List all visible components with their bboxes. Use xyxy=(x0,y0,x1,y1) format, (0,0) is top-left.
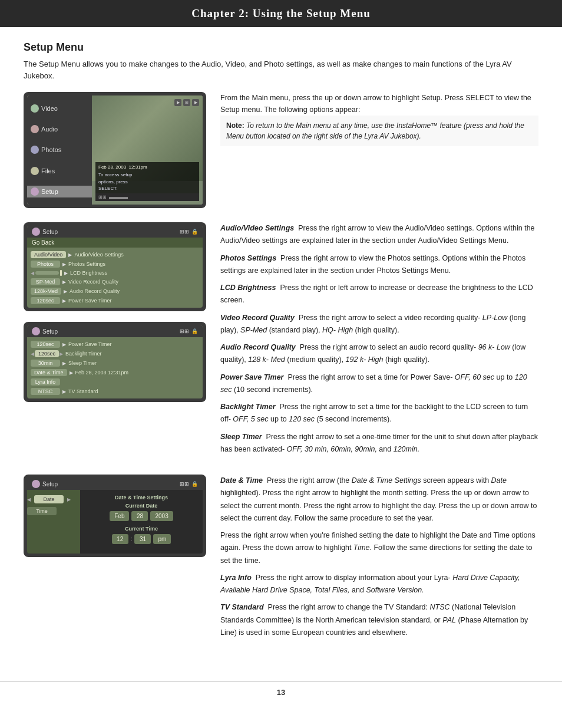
desc-lyrainfo: Lyra Info Press the right arrow to displ… xyxy=(220,572,538,597)
dt-date-label: Date xyxy=(34,495,64,503)
power-save-label: 120sec xyxy=(31,297,60,304)
desc-audiovideo: Audio/Video Settings Press the right arr… xyxy=(220,222,538,248)
section-title: Setup Menu xyxy=(24,41,538,54)
audio-icon xyxy=(31,125,39,133)
setup-screen-1: Setup ⊞⊞ 🔒 Go Back Audio/Video ▶ Audio/V… xyxy=(24,222,206,311)
setup-icon-dt xyxy=(32,480,40,488)
photos-label: Photos xyxy=(31,261,60,268)
from-main-desc: From the Main menu, press the up or down… xyxy=(220,92,538,116)
datetime-label: Date & Time xyxy=(31,369,67,376)
chapter-header: Chapter 2: Using the Setup Menu xyxy=(0,0,562,27)
main-desc-col: From the Main menu, press the up or down… xyxy=(220,92,538,146)
dt-month: Feb xyxy=(110,511,129,521)
dt-ampm: pm xyxy=(153,534,171,544)
photos-desc: Photos Settings xyxy=(68,261,105,267)
datetime-content: ◀ Date ▶ Time Date & Time Settings Curre xyxy=(27,490,203,554)
dt-time-fields: 12 : 31 pm xyxy=(85,534,198,544)
setup-row-photos: Photos ▶ Photos Settings xyxy=(27,259,203,269)
lyrainfo-label: Lyra Info xyxy=(31,378,60,386)
dt-year: 2003 xyxy=(150,511,173,521)
av-label: Audio/Video xyxy=(31,251,66,258)
setup-icon-1 xyxy=(32,228,40,236)
setup-row-audiovideo: Audio/Video ▶ Audio/Video Settings xyxy=(27,250,203,259)
menu-item-video: Video xyxy=(27,103,92,114)
audio-quality-desc: Audio Record Quality xyxy=(70,288,120,294)
files-icon xyxy=(31,167,39,175)
setup-icon xyxy=(31,187,39,196)
setup-menu-rows-2: 120sec ▶ Power Save Timer ◀ 120sec ▶ Bac… xyxy=(27,337,203,398)
preview-bottom-bar: ⊞⊞ ▬▬▬▬ xyxy=(95,193,199,201)
menu-item-setup: Setup xyxy=(27,186,92,197)
setup-icon-2 xyxy=(32,327,40,335)
backlight-label: 120sec xyxy=(35,350,59,357)
audio-quality-label: 128k-Med xyxy=(31,288,61,295)
desc-tvstandard: TV Standard Press the right arrow to cha… xyxy=(220,601,538,639)
desc-backlight: Backlight Timer Press the right arrow to… xyxy=(220,401,538,426)
setup-header-right-2: ⊞⊞ 🔒 xyxy=(180,328,198,334)
setup-header-1: Setup ⊞⊞ 🔒 xyxy=(27,226,203,238)
power-save-desc: Power Save Timer xyxy=(68,298,112,304)
dt-settings-title: Date & Time Settings xyxy=(85,495,198,500)
preview-text: Feb 28, 2003 12:31pm To access setup opt… xyxy=(95,162,199,193)
desc-photos: Photos Settings Press the right arrow to… xyxy=(220,252,538,278)
setup-descriptions-col: Audio/Video Settings Press the right arr… xyxy=(220,222,538,460)
setup-row-tvstandard: NTSC ▶ TV Standard xyxy=(27,387,203,396)
setup-header-right-1: ⊞⊞ 🔒 xyxy=(180,229,198,235)
dt-current-time-label: Current Time xyxy=(85,526,198,532)
setup-row-power-save: 120sec ▶ Power Save Timer xyxy=(27,296,203,305)
preview-icon-1: ▶ xyxy=(174,99,181,106)
page-number: 13 xyxy=(277,688,285,697)
setup-row-backlight: ◀ 120sec ▶ Backlight Timer xyxy=(27,349,203,358)
powersave2-label: 120sec xyxy=(31,341,60,348)
video-quality-label: SP-Med xyxy=(31,278,60,285)
setup-row-sleep: 30min ▶ Sleep Timer xyxy=(27,358,203,368)
preview-icon-2: ⊞ xyxy=(183,99,190,106)
video-icon xyxy=(31,104,39,113)
setup-header-right-dt: ⊞⊞ 🔒 xyxy=(180,481,198,487)
setup-row-audio-quality: 128k-Med ▶ Audio Record Quality xyxy=(27,286,203,296)
lcd-slider xyxy=(35,271,59,275)
note-text: To return to the Main menu at any time, … xyxy=(226,121,524,140)
screen-preview: ▶ ⊞ ▶ Feb 28, 2003 12:31pm To access set… xyxy=(92,95,203,205)
preview-icon-3: ▶ xyxy=(192,99,199,106)
datetime-screen: Setup ⊞⊞ 🔒 ◀ Date ▶ xyxy=(24,475,206,557)
dt-current-date-label: Current Date xyxy=(85,503,198,509)
main-menu-screen: Video Audio Photos Files xyxy=(24,92,206,208)
go-back-row: Go Back xyxy=(27,238,203,248)
video-quality-desc: Video Record Quality xyxy=(68,279,118,285)
setup-row-powersave2: 120sec ▶ Power Save Timer xyxy=(27,340,203,349)
desc-video-quality: Video Record Quality Press the right arr… xyxy=(220,312,538,337)
note-label: Note: xyxy=(226,121,244,130)
setup-row-video-quality: SP-Med ▶ Video Record Quality xyxy=(27,277,203,286)
lcd-desc: LCD Brightness xyxy=(70,270,107,276)
datetime-descriptions-col: Date & Time Press the right arrow (the D… xyxy=(220,475,538,644)
desc-audio-quality: Audio Record Quality Press the right arr… xyxy=(220,341,538,367)
dt-menu: ◀ Date ▶ Time xyxy=(27,490,80,554)
av-desc: Audio/Video Settings xyxy=(74,252,123,258)
intro-text: The Setup Menu allows you to make change… xyxy=(24,58,538,81)
dt-minute: 31 xyxy=(134,534,151,544)
photos-icon xyxy=(31,146,39,154)
setup-row-lyrainfo: Lyra Info xyxy=(27,377,203,387)
page-footer: 13 xyxy=(0,681,562,703)
setup-title-dt: Setup xyxy=(42,481,58,487)
dt-date-fields: Feb 28 2003 xyxy=(85,511,198,521)
dt-hour: 12 xyxy=(112,534,128,544)
desc-datetime: Date & Time Press the right arrow (the D… xyxy=(220,475,538,525)
menu-item-files: Files xyxy=(27,165,92,177)
desc-datetime-cont: Press the right arrow when you're finish… xyxy=(220,529,538,567)
chapter-title: Chapter 2: Using the Setup Menu xyxy=(191,7,371,19)
setup-screen-2: Setup ⊞⊞ 🔒 120sec ▶ Power Save Timer xyxy=(24,322,206,402)
setup-title-1: Setup xyxy=(42,229,58,235)
main-menu-list: Video Audio Photos Files xyxy=(27,95,92,205)
setup-row-lcd: ◀ ▶ LCD Brightness xyxy=(27,269,203,277)
dt-content-area: Date & Time Settings Current Date Feb 28… xyxy=(80,490,203,554)
sleep-label: 30min xyxy=(31,360,60,367)
desc-sleep: Sleep Timer Press the right arrow to set… xyxy=(220,431,538,456)
dt-day: 28 xyxy=(131,511,148,521)
setup-row-datetime: Date & Time ▶ Feb 28, 2003 12:31pm xyxy=(27,368,203,377)
dt-row-time: Time xyxy=(27,505,80,517)
desc-power-save: Power Save Timer Press the right arrow t… xyxy=(220,371,538,397)
preview-icons: ▶ ⊞ ▶ xyxy=(174,99,199,106)
dt-row-date: ◀ Date ▶ xyxy=(27,493,80,505)
